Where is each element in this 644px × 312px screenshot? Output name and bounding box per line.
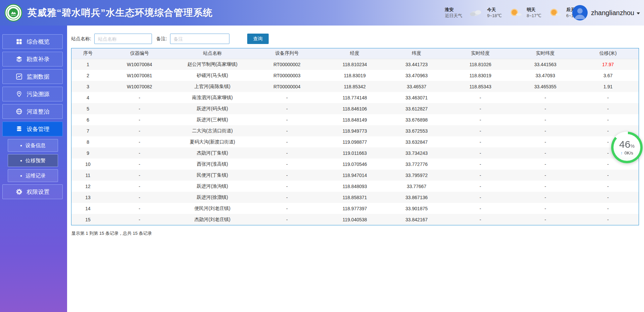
table-cell: - [513,181,577,192]
table-row[interactable]: 2W10070081砂礓河(马头镇)RT00000003118.8301933.… [71,70,639,81]
table-row[interactable]: 4-南淮泗河(高家堰镇)-118.77414833.463071--- [71,92,639,103]
table-row[interactable]: 6-跃进河(三树镇)-118.84814933.676898--- [71,114,639,125]
table-cell: - [250,214,324,225]
app-logo [4,4,22,22]
table-cell: - [250,192,324,203]
sidebar-item-0[interactable]: 综合概览 [2,34,63,49]
cloudy-weather-icon [469,8,484,18]
table-row[interactable]: 14-便民河(刘老庄镇)-118.97739733.901875--- [71,203,639,214]
upload-arrow-icon: ↑ [621,150,623,155]
table-cell: 33.676898 [386,114,447,125]
table-row[interactable]: 9-杰勋河(丁集镇)-119.01166333.734243--- [71,147,639,159]
table-cell: - [250,147,324,159]
sidebar-subitem-5-0[interactable]: •设备信息 [8,139,58,152]
table-cell: 夏码大沟(新渡口街道) [175,136,250,147]
table-cell: 118.810234 [324,59,385,70]
table-cell: 跃进河(徐溜镇) [175,192,250,203]
table-cell: 118.85343 [447,81,513,92]
table-cell: 33.441723 [386,59,447,70]
sidebar-item-2[interactable]: 监测数据 [2,69,63,84]
column-header: 位移(米) [577,48,639,59]
table-cell: 118.947014 [324,170,385,181]
table-cell: 33.463071 [386,92,447,103]
table-cell: - [513,125,577,136]
speed-value: 0K/s [625,150,633,155]
table-cell: 33.901875 [386,203,447,214]
main-content: 站点名称: 备注: 查询 序号仪器编号站点名称设备序列号经度纬度实时经度实时纬度… [67,26,644,312]
station-name-input[interactable] [94,34,152,44]
table-cell: RT00000002 [250,59,324,70]
table-cell: - [577,170,639,181]
table-cell: 杰勋河(丁集镇) [175,147,250,159]
table-cell: 西张河(淮高镇) [175,159,250,170]
table-row[interactable]: 10-西张河(淮高镇)-119.07054633.772776--- [71,159,639,170]
sidebar-item-4[interactable]: 河道整治 [2,104,63,119]
table-cell: - [447,214,513,225]
table-cell: - [513,192,577,203]
column-header: 仪器编号 [104,48,175,59]
table-cell: - [577,114,639,125]
table-row[interactable]: 8-夏码大沟(新渡口街道)-119.09887733.632847--- [71,136,639,147]
table-row[interactable]: 13-跃进河(徐溜镇)-118.85837133.867136--- [71,192,639,203]
table-cell: 33.46537 [386,81,447,92]
table-cell: - [250,92,324,103]
table-cell: - [104,147,175,159]
table-cell: RT00000003 [250,70,324,81]
table-row[interactable]: 15-杰勋河(刘老庄镇)-119.04053833.842167--- [71,214,639,225]
table-cell: 118.846106 [324,103,385,114]
table-row[interactable]: 5-跃进河(码头镇)-118.84610633.612827--- [71,103,639,114]
sidebar-item-1[interactable]: 勘查补录 [2,52,63,66]
table-cell: - [250,114,324,125]
table-cell: 118.83019 [447,70,513,81]
sidebar-item-label: 综合概览 [27,38,50,46]
sidebar-subitem-5-2[interactable]: •运维记录 [8,169,58,182]
table-cell: - [513,92,577,103]
sidebar-menu: 综合概览勘查补录监测数据污染溯源河道整治设备管理•设备信息•位移预警•运维记录权… [0,26,67,312]
table-cell: 14 [71,203,104,214]
weather-caption: 近日天气 [445,13,462,19]
table-cell: 12 [71,181,104,192]
pagination-summary: 显示第 1 到第 15 条记录，总共 15 条记录 [71,230,639,236]
table-cell: - [250,170,324,181]
table-cell: 118.83019 [324,70,385,81]
table-cell: 2 [71,70,104,81]
avatar[interactable] [572,5,588,20]
table-cell: 118.81026 [447,59,513,70]
network-speed-widget[interactable]: 46% ↑ 0K/s [611,132,643,163]
table-cell: 33.772776 [386,159,447,170]
sidebar-item-label: 勘查补录 [27,55,50,63]
username[interactable]: zhanglianzhou [591,9,634,17]
database-icon [16,126,22,132]
chart-icon [16,73,22,80]
table-cell: 33.632847 [386,136,447,147]
sidebar-subitem-5-1[interactable]: •位移预警 [8,154,58,167]
table-cell: 上官河(南陈集镇) [175,81,250,92]
table-row[interactable]: 1W10070084赵公河节制闸(高家堰镇)RT00000002118.8102… [71,59,639,70]
sidebar-item-3[interactable]: 污染溯源 [2,87,63,101]
table-cell: 民便河(丁集镇) [175,170,250,181]
table-cell: 33.77667 [386,181,447,192]
table-cell: - [447,170,513,181]
table-cell: - [250,125,324,136]
sidebar-item-6[interactable]: 权限设置 [2,184,63,199]
table-cell: - [513,147,577,159]
search-toolbar: 站点名称: 备注: 查询 [71,34,639,44]
sidebar-item-5[interactable]: 设备管理 [2,122,63,136]
table-row[interactable]: 7-二大沟(古清口街道)-118.94977333.672553--- [71,125,639,136]
remark-input[interactable] [170,34,229,44]
table-row[interactable]: 12-跃进河(渔沟镇)-118.84809333.77667--- [71,181,639,192]
bullet-icon: • [20,173,22,179]
table-cell: 赵公河节制闸(高家堰镇) [175,59,250,70]
column-header: 站点名称 [175,48,250,59]
chevron-down-icon[interactable] [637,12,640,14]
table-cell: - [447,147,513,159]
table-cell: 118.949773 [324,125,385,136]
table-row[interactable]: 11-民便河(丁集镇)-118.94701433.795972--- [71,170,639,181]
sunny-weather-icon [548,8,563,18]
table-cell: 118.774148 [324,92,385,103]
weather-day-label: 明天 [527,7,541,13]
query-button[interactable]: 查询 [247,34,269,44]
table-cell: - [447,192,513,203]
weather-location: 淮安 近日天气 [445,7,462,19]
table-row[interactable]: 3W10070082上官河(南陈集镇)RT00000004118.8534233… [71,81,639,92]
